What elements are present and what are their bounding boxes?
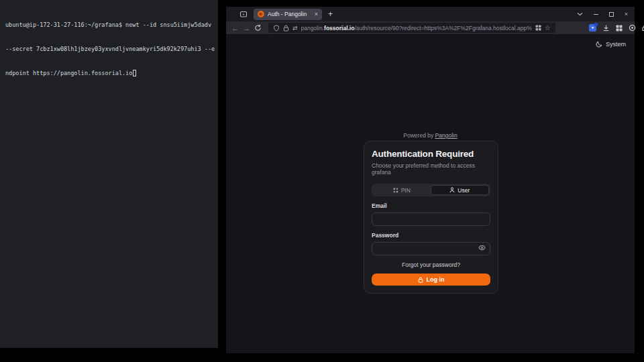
tab-list-chevron-icon[interactable]: [577, 12, 583, 16]
new-tab-button[interactable]: +: [328, 9, 333, 19]
password-label: Password: [372, 232, 490, 239]
password-input[interactable]: [372, 242, 490, 255]
minimize-button[interactable]: [594, 14, 598, 15]
maximize-button[interactable]: [609, 12, 614, 17]
email-input[interactable]: [372, 213, 490, 226]
downloads-icon[interactable]: [602, 24, 610, 32]
keypad-icon: [393, 188, 398, 193]
forward-icon[interactable]: →: [243, 24, 250, 32]
close-window-button[interactable]: ×: [625, 11, 628, 17]
card-title: Authentication Required: [372, 149, 490, 159]
extension-circle-icon[interactable]: [629, 24, 636, 32]
url-text: pangolin.fossorial.io/auth/resource/90?r…: [301, 25, 532, 32]
login-lock-icon: [418, 277, 423, 283]
auth-card: Authentication Required Choose your pref…: [364, 141, 498, 294]
terminal-line: --secret 7cbz1xw08lh1jbzey03yxvndljvneam…: [5, 45, 215, 53]
firefox-view-icon[interactable]: [239, 10, 248, 18]
auth-method-tabs: PIN User: [372, 184, 490, 196]
theme-toggle[interactable]: System: [596, 41, 626, 48]
browser-window: Auth - Pangolin × + × ← →: [226, 7, 635, 353]
lock-icon[interactable]: [283, 25, 289, 32]
show-password-eye-icon[interactable]: [478, 245, 486, 251]
card-subtitle: Choose your preferred method to access g…: [372, 162, 490, 176]
moon-icon: [596, 41, 602, 48]
extension-icon-blue[interactable]: [589, 24, 596, 32]
tab-title: Auth - Pangolin: [268, 11, 311, 17]
user-icon: [449, 187, 455, 193]
auth-page: System Powered by Pangolin Authenticatio…: [226, 35, 635, 353]
email-label: Email: [372, 202, 490, 209]
extension-badge: [594, 23, 598, 26]
window-controls: ×: [577, 11, 631, 17]
terminal-window[interactable]: ubuntu@ip-172-31-27-116:~/grafana$ newt …: [0, 0, 218, 348]
extension-icons: ≡: [589, 24, 644, 32]
terminal-cursor: [133, 70, 136, 76]
tab-user-label: User: [458, 187, 470, 194]
forgot-password-link[interactable]: Forgot your password?: [372, 261, 490, 268]
pangolin-favicon-icon: [258, 11, 264, 17]
url-bar[interactable]: ⇄ pangolin.fossorial.io/auth/resource/90…: [268, 23, 555, 33]
login-button[interactable]: Log in: [372, 274, 490, 286]
theme-label: System: [606, 41, 626, 48]
terminal-line: ndpoint https://pangolin.fossorial.io: [5, 69, 215, 77]
pangolin-link[interactable]: Pangolin: [435, 132, 458, 139]
tab-user[interactable]: User: [431, 185, 490, 195]
extensions-grid-icon[interactable]: [616, 25, 623, 32]
terminal-line-text: ndpoint https://pangolin.fossorial.io: [5, 70, 132, 76]
powered-by: Powered by Pangolin: [226, 132, 635, 139]
tracking-shield-icon[interactable]: [273, 25, 280, 32]
password-field: [372, 241, 490, 255]
container-switch-icon[interactable]: ⇄: [292, 25, 298, 32]
reload-icon[interactable]: [254, 24, 262, 32]
containers-grid-icon[interactable]: [535, 25, 541, 31]
terminal-line: ubuntu@ip-172-31-27-116:~/grafana$ newt …: [5, 21, 215, 29]
login-button-label: Log in: [427, 276, 445, 283]
tab-bar: Auth - Pangolin × + ×: [226, 7, 635, 21]
back-icon[interactable]: ←: [231, 24, 239, 32]
tab-pin-label: PIN: [401, 187, 411, 194]
browser-toolbar: ← → ⇄ pangolin.fossorial.io/auth/resourc…: [226, 21, 635, 35]
browser-tab[interactable]: Auth - Pangolin ×: [254, 9, 322, 20]
bookmark-star-icon[interactable]: ☆: [545, 24, 551, 32]
tab-close-icon[interactable]: ×: [315, 11, 318, 17]
tab-pin[interactable]: PIN: [373, 185, 431, 195]
